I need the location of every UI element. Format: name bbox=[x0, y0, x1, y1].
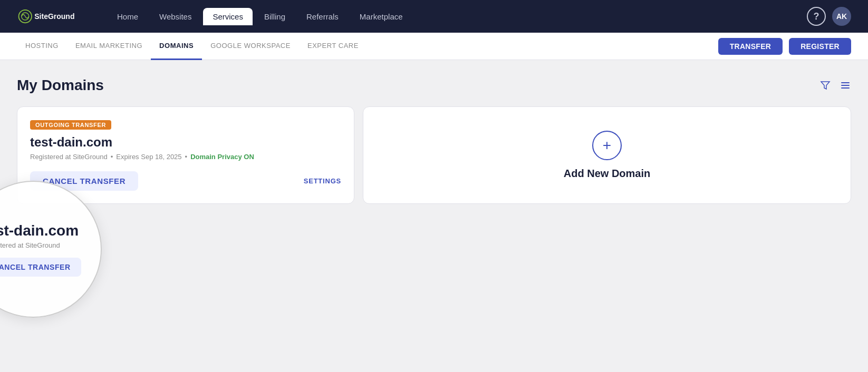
sec-nav-google-workspace[interactable]: GOOGLE WORKSPACE bbox=[202, 33, 299, 60]
list-view-icon[interactable] bbox=[840, 80, 851, 91]
logo-area: SiteGround bbox=[17, 7, 91, 26]
secondary-nav-actions: TRANSFER REGISTER bbox=[718, 38, 851, 55]
register-button[interactable]: REGISTER bbox=[789, 38, 851, 55]
settings-link[interactable]: SETTINGS bbox=[304, 177, 341, 185]
magnifier-registered: Registered at SiteGround bbox=[0, 241, 60, 249]
filter-icon[interactable] bbox=[819, 80, 831, 91]
transfer-button[interactable]: TRANSFER bbox=[718, 38, 783, 55]
nav-marketplace[interactable]: Marketplace bbox=[350, 8, 412, 25]
magnifier-overlay: test-dain.com Registered at SiteGround C… bbox=[0, 181, 102, 318]
siteground-logo[interactable]: SiteGround bbox=[17, 7, 91, 26]
nav-home[interactable]: Home bbox=[108, 8, 148, 25]
page-header: My Domains bbox=[17, 77, 851, 94]
secondary-nav: HOSTING EMAIL MARKETING DOMAINS GOOGLE W… bbox=[0, 33, 868, 60]
avatar-button[interactable]: AK bbox=[832, 7, 851, 26]
nav-services[interactable]: Services bbox=[203, 8, 253, 25]
add-domain-plus-icon: + bbox=[592, 131, 622, 160]
domain-privacy: Domain Privacy ON bbox=[190, 153, 254, 161]
page-title: My Domains bbox=[17, 77, 104, 94]
domain-meta: Registered at SiteGround • Expires Sep 1… bbox=[30, 153, 341, 161]
nav-billing[interactable]: Billing bbox=[255, 8, 295, 25]
svg-text:SiteGround: SiteGround bbox=[34, 12, 74, 21]
header-icons bbox=[819, 80, 851, 91]
domain-name: test-dain.com bbox=[30, 135, 341, 150]
sec-nav-expert-care[interactable]: EXPERT CARE bbox=[299, 33, 367, 60]
add-domain-label: Add New Domain bbox=[564, 168, 650, 180]
dot-separator: • bbox=[111, 153, 113, 161]
nav-referrals[interactable]: Referrals bbox=[297, 8, 348, 25]
nav-links: Home Websites Services Billing Referrals… bbox=[108, 8, 807, 25]
domain-expiry: Expires Sep 18, 2025 bbox=[116, 153, 181, 161]
svg-rect-5 bbox=[841, 85, 850, 86]
domain-card-actions: CANCEL TRANSFER SETTINGS bbox=[30, 171, 341, 191]
dot-separator-2: • bbox=[185, 153, 188, 161]
svg-rect-4 bbox=[841, 82, 850, 83]
svg-marker-3 bbox=[821, 82, 830, 89]
sec-nav-domains[interactable]: DOMAINS bbox=[151, 33, 202, 60]
nav-right: ? AK bbox=[807, 7, 851, 26]
nav-websites[interactable]: Websites bbox=[150, 8, 201, 25]
outgoing-transfer-badge: OUTGOING TRANSFER bbox=[30, 120, 111, 130]
magnifier-domain-partial: test-dain.com bbox=[0, 222, 79, 239]
add-domain-card[interactable]: + Add New Domain bbox=[363, 106, 851, 204]
top-nav: SiteGround Home Websites Services Billin… bbox=[0, 0, 868, 33]
magnifier-cancel-transfer-button[interactable]: CANCEL TRANSFER bbox=[0, 258, 81, 277]
domain-registered: Registered at SiteGround bbox=[30, 153, 108, 161]
sec-nav-hosting[interactable]: HOSTING bbox=[17, 33, 67, 60]
svg-rect-6 bbox=[841, 87, 850, 89]
secondary-links: HOSTING EMAIL MARKETING DOMAINS GOOGLE W… bbox=[17, 33, 718, 60]
domain-card: test-dain.com Registered at SiteGround C… bbox=[17, 106, 354, 204]
sec-nav-email-marketing[interactable]: EMAIL MARKETING bbox=[67, 33, 151, 60]
page-content: My Domains test-dain.com Registered bbox=[0, 60, 868, 334]
domain-cards: test-dain.com Registered at SiteGround C… bbox=[17, 106, 851, 204]
help-button[interactable]: ? bbox=[807, 7, 826, 26]
